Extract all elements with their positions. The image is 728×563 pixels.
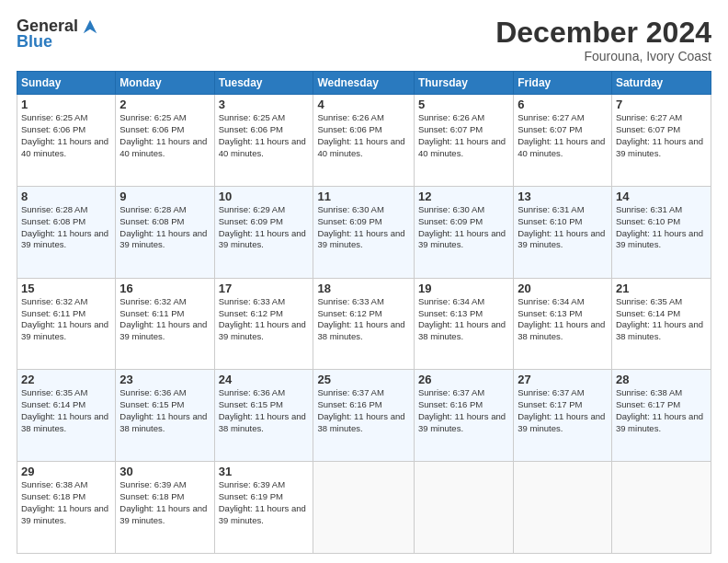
calendar-cell: 3 Sunrise: 6:25 AMSunset: 6:06 PMDayligh… xyxy=(214,95,313,187)
header-monday: Monday xyxy=(116,72,214,95)
calendar-cell xyxy=(313,462,414,554)
day-number: 26 xyxy=(418,373,509,386)
day-info: Sunrise: 6:27 AMSunset: 6:07 PMDaylight:… xyxy=(616,112,703,157)
day-number: 23 xyxy=(119,373,210,386)
calendar-week-row-4: 22 Sunrise: 6:35 AMSunset: 6:14 PMDaylig… xyxy=(17,370,711,462)
calendar-cell: 17 Sunrise: 6:33 AMSunset: 6:12 PMDaylig… xyxy=(214,278,313,370)
header-thursday: Thursday xyxy=(414,72,513,95)
day-info: Sunrise: 6:32 AMSunset: 6:11 PMDaylight:… xyxy=(119,296,207,341)
day-info: Sunrise: 6:31 AMSunset: 6:10 PMDaylight:… xyxy=(518,204,605,249)
day-info: Sunrise: 6:28 AMSunset: 6:08 PMDaylight:… xyxy=(119,204,207,249)
logo-blue-text: Blue xyxy=(17,32,52,52)
day-info: Sunrise: 6:36 AMSunset: 6:15 PMDaylight:… xyxy=(219,387,306,432)
day-info: Sunrise: 6:34 AMSunset: 6:13 PMDaylight:… xyxy=(518,296,605,341)
day-info: Sunrise: 6:25 AMSunset: 6:06 PMDaylight:… xyxy=(119,112,207,157)
header-tuesday: Tuesday xyxy=(214,72,313,95)
calendar-cell: 26 Sunrise: 6:37 AMSunset: 6:16 PMDaylig… xyxy=(414,370,513,462)
day-info: Sunrise: 6:37 AMSunset: 6:17 PMDaylight:… xyxy=(518,387,605,432)
day-number: 30 xyxy=(119,465,210,478)
day-number: 14 xyxy=(616,190,707,203)
calendar-cell: 5 Sunrise: 6:26 AMSunset: 6:07 PMDayligh… xyxy=(414,95,513,187)
calendar-cell: 6 Sunrise: 6:27 AMSunset: 6:07 PMDayligh… xyxy=(514,95,612,187)
day-number: 22 xyxy=(21,373,111,386)
calendar-cell xyxy=(514,462,612,554)
calendar-cell: 15 Sunrise: 6:32 AMSunset: 6:11 PMDaylig… xyxy=(17,278,116,370)
day-number: 8 xyxy=(21,190,111,203)
calendar-cell: 23 Sunrise: 6:36 AMSunset: 6:15 PMDaylig… xyxy=(116,370,214,462)
calendar-table: Sunday Monday Tuesday Wednesday Thursday… xyxy=(17,71,711,554)
calendar-cell: 25 Sunrise: 6:37 AMSunset: 6:16 PMDaylig… xyxy=(313,370,414,462)
calendar-cell: 10 Sunrise: 6:29 AMSunset: 6:09 PMDaylig… xyxy=(214,186,313,278)
logo-arrow-icon xyxy=(82,18,98,35)
day-info: Sunrise: 6:39 AMSunset: 6:19 PMDaylight:… xyxy=(219,479,306,524)
day-number: 6 xyxy=(518,98,608,111)
calendar-cell: 19 Sunrise: 6:34 AMSunset: 6:13 PMDaylig… xyxy=(414,278,513,370)
calendar-header-row: Sunday Monday Tuesday Wednesday Thursday… xyxy=(17,72,711,95)
day-number: 27 xyxy=(518,373,608,386)
calendar-cell: 28 Sunrise: 6:38 AMSunset: 6:17 PMDaylig… xyxy=(611,370,711,462)
day-number: 28 xyxy=(616,373,707,386)
calendar-cell: 29 Sunrise: 6:38 AMSunset: 6:18 PMDaylig… xyxy=(17,462,116,554)
day-info: Sunrise: 6:26 AMSunset: 6:06 PMDaylight:… xyxy=(317,112,404,157)
day-number: 18 xyxy=(317,282,409,295)
calendar-cell xyxy=(611,462,711,554)
day-number: 21 xyxy=(616,282,707,295)
calendar-cell: 20 Sunrise: 6:34 AMSunset: 6:13 PMDaylig… xyxy=(514,278,612,370)
header-saturday: Saturday xyxy=(611,72,711,95)
day-number: 7 xyxy=(616,98,707,111)
day-info: Sunrise: 6:39 AMSunset: 6:18 PMDaylight:… xyxy=(119,479,207,524)
calendar-cell: 16 Sunrise: 6:32 AMSunset: 6:11 PMDaylig… xyxy=(116,278,214,370)
calendar-week-row-5: 29 Sunrise: 6:38 AMSunset: 6:18 PMDaylig… xyxy=(17,462,711,554)
calendar-cell: 18 Sunrise: 6:33 AMSunset: 6:12 PMDaylig… xyxy=(313,278,414,370)
day-number: 9 xyxy=(119,190,210,203)
month-title: December 2024 xyxy=(495,17,711,49)
calendar-cell: 30 Sunrise: 6:39 AMSunset: 6:18 PMDaylig… xyxy=(116,462,214,554)
logo: General Blue xyxy=(17,17,98,52)
header-friday: Friday xyxy=(514,72,612,95)
day-number: 10 xyxy=(219,190,310,203)
day-info: Sunrise: 6:25 AMSunset: 6:06 PMDaylight:… xyxy=(21,112,108,157)
day-number: 31 xyxy=(219,465,310,478)
day-info: Sunrise: 6:30 AMSunset: 6:09 PMDaylight:… xyxy=(418,204,506,249)
calendar-week-row-3: 15 Sunrise: 6:32 AMSunset: 6:11 PMDaylig… xyxy=(17,278,711,370)
location-subtitle: Fourouna, Ivory Coast xyxy=(495,49,711,63)
calendar-cell: 7 Sunrise: 6:27 AMSunset: 6:07 PMDayligh… xyxy=(611,95,711,187)
day-number: 20 xyxy=(518,282,608,295)
day-info: Sunrise: 6:34 AMSunset: 6:13 PMDaylight:… xyxy=(418,296,506,341)
day-number: 2 xyxy=(119,98,210,111)
calendar-cell: 27 Sunrise: 6:37 AMSunset: 6:17 PMDaylig… xyxy=(514,370,612,462)
day-number: 12 xyxy=(418,190,509,203)
svg-marker-0 xyxy=(84,19,97,32)
calendar-cell: 14 Sunrise: 6:31 AMSunset: 6:10 PMDaylig… xyxy=(611,186,711,278)
calendar-cell: 12 Sunrise: 6:30 AMSunset: 6:09 PMDaylig… xyxy=(414,186,513,278)
calendar-cell: 2 Sunrise: 6:25 AMSunset: 6:06 PMDayligh… xyxy=(116,95,214,187)
day-number: 24 xyxy=(219,373,310,386)
day-number: 13 xyxy=(518,190,608,203)
calendar-week-row-2: 8 Sunrise: 6:28 AMSunset: 6:08 PMDayligh… xyxy=(17,186,711,278)
title-block: December 2024 Fourouna, Ivory Coast xyxy=(495,17,711,63)
day-info: Sunrise: 6:33 AMSunset: 6:12 PMDaylight:… xyxy=(317,296,404,341)
day-number: 17 xyxy=(219,282,310,295)
calendar-cell xyxy=(414,462,513,554)
day-number: 29 xyxy=(21,465,111,478)
day-number: 16 xyxy=(119,282,210,295)
calendar-cell: 1 Sunrise: 6:25 AMSunset: 6:06 PMDayligh… xyxy=(17,95,116,187)
header-wednesday: Wednesday xyxy=(313,72,414,95)
day-info: Sunrise: 6:25 AMSunset: 6:06 PMDaylight:… xyxy=(219,112,306,157)
calendar-cell: 9 Sunrise: 6:28 AMSunset: 6:08 PMDayligh… xyxy=(116,186,214,278)
page: General Blue December 2024 Fourouna, Ivo… xyxy=(0,0,728,563)
calendar-cell: 13 Sunrise: 6:31 AMSunset: 6:10 PMDaylig… xyxy=(514,186,612,278)
day-info: Sunrise: 6:27 AMSunset: 6:07 PMDaylight:… xyxy=(518,112,605,157)
day-info: Sunrise: 6:38 AMSunset: 6:18 PMDaylight:… xyxy=(21,479,108,524)
day-info: Sunrise: 6:37 AMSunset: 6:16 PMDaylight:… xyxy=(317,387,404,432)
day-number: 4 xyxy=(317,98,409,111)
day-number: 25 xyxy=(317,373,409,386)
calendar-cell: 11 Sunrise: 6:30 AMSunset: 6:09 PMDaylig… xyxy=(313,186,414,278)
calendar-week-row-1: 1 Sunrise: 6:25 AMSunset: 6:06 PMDayligh… xyxy=(17,95,711,187)
calendar-cell: 4 Sunrise: 6:26 AMSunset: 6:06 PMDayligh… xyxy=(313,95,414,187)
day-info: Sunrise: 6:29 AMSunset: 6:09 PMDaylight:… xyxy=(219,204,306,249)
day-info: Sunrise: 6:26 AMSunset: 6:07 PMDaylight:… xyxy=(418,112,506,157)
calendar-cell: 31 Sunrise: 6:39 AMSunset: 6:19 PMDaylig… xyxy=(214,462,313,554)
day-info: Sunrise: 6:36 AMSunset: 6:15 PMDaylight:… xyxy=(119,387,207,432)
day-number: 19 xyxy=(418,282,509,295)
